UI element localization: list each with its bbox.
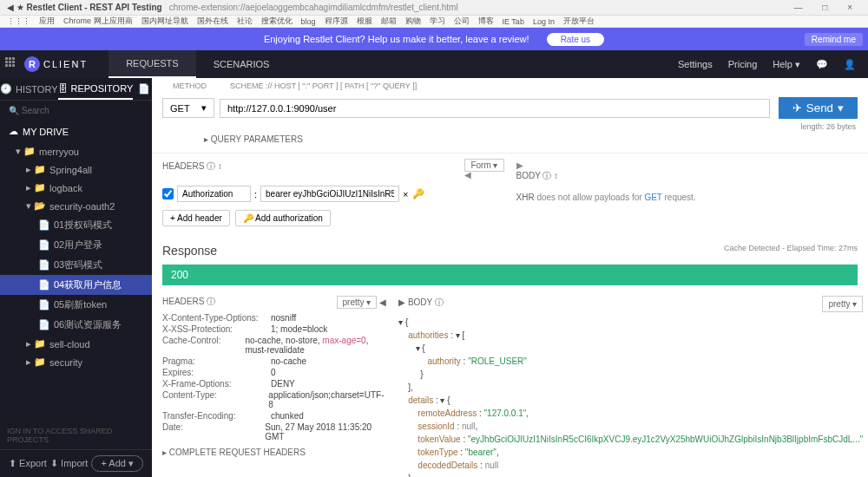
resp-headers-label: HEADERS ⓘ bbox=[162, 296, 215, 309]
bookmark[interactable]: 学习 bbox=[430, 16, 445, 27]
method-select[interactable]: GET▾ bbox=[162, 98, 214, 118]
user-icon[interactable]: 👤 bbox=[844, 59, 856, 70]
bookmark[interactable]: 程序源 bbox=[325, 16, 348, 27]
bookmark[interactable]: 国外在线 bbox=[197, 16, 228, 27]
scheme-label: SCHEME :// HOST [ ":" PORT ] [ PATH [ "?… bbox=[230, 82, 417, 90]
bookmark[interactable]: 购物 bbox=[405, 16, 421, 27]
bookmark[interactable]: 根服 bbox=[357, 16, 372, 27]
node-logback[interactable]: ▸ 📁 logback bbox=[0, 179, 152, 197]
star-icon[interactable]: ★ bbox=[16, 3, 24, 12]
url-input[interactable] bbox=[220, 99, 770, 118]
tab-url: chrome-extension://aejoelaoggembcahagimd… bbox=[169, 3, 458, 12]
tab-title: Restlet Client - REST API Testing bbox=[27, 3, 162, 12]
chat-icon[interactable]: 💬 bbox=[816, 59, 828, 70]
node-01[interactable]: 📄 01授权码模式 bbox=[0, 215, 152, 235]
remind-button[interactable]: Remind me bbox=[805, 33, 863, 46]
apps-grid-icon[interactable] bbox=[5, 57, 19, 71]
apps-icon[interactable]: ⋮⋮⋮ bbox=[7, 17, 30, 26]
review-banner: Enjoying Restlet Client? Help us make it… bbox=[0, 28, 868, 50]
header-key-input[interactable] bbox=[177, 186, 251, 202]
add-header-button[interactable]: + Add header bbox=[162, 210, 230, 226]
body-note: XHR does not allow payloads for GET requ… bbox=[516, 186, 858, 209]
node-02[interactable]: 📄 02用户登录 bbox=[0, 235, 152, 255]
header-menu-icon[interactable]: 🔑 bbox=[412, 188, 424, 199]
bookmark[interactable]: 邮箱 bbox=[381, 16, 397, 27]
status-badge: 200 bbox=[162, 265, 858, 285]
complete-headers-toggle[interactable]: ▸ COMPLETE REQUEST HEADERS bbox=[162, 442, 386, 462]
bookmark[interactable]: 社论 bbox=[237, 16, 253, 27]
tab-requests[interactable]: REQUESTS bbox=[108, 50, 196, 78]
bookmarks-bar: ⋮⋮⋮ 应用 Chrome 网上应用商 国内网址导航 国外在线 社论 搜索优化 … bbox=[0, 16, 868, 28]
nav-back-icon[interactable]: ◀ bbox=[7, 3, 14, 12]
length-info: length: 26 bytes bbox=[152, 122, 868, 131]
my-drive[interactable]: ☁ MY DRIVE bbox=[0, 121, 152, 142]
remove-header-icon[interactable]: × bbox=[403, 189, 408, 199]
window-controls[interactable]: ― □ × bbox=[794, 3, 861, 12]
bookmark[interactable]: 公司 bbox=[454, 16, 470, 27]
query-params-toggle[interactable]: ▸ QUERY PARAMETERS bbox=[152, 131, 868, 147]
sidebar-tab-repository[interactable]: 🗄 REPOSITORY bbox=[58, 78, 134, 100]
tree: ▾ 📁 merryyou ▸ 📁 Spring4all ▸ 📁 logback … bbox=[0, 142, 152, 421]
node-03[interactable]: 📄 03密码模式 bbox=[0, 255, 152, 275]
node-06[interactable]: 📄 06测试资源服务 bbox=[0, 315, 152, 335]
nav-help[interactable]: Help ▾ bbox=[773, 59, 800, 70]
node-05[interactable]: 📄 05刷新token bbox=[0, 295, 152, 315]
add-button[interactable]: + Add ▾ bbox=[91, 455, 143, 472]
logo-icon: R bbox=[24, 56, 40, 72]
signin-hint: IGN IN TO ACCESS SHARED PROJECTS bbox=[0, 421, 152, 449]
rate-us-button[interactable]: Rate us bbox=[547, 33, 604, 46]
node-04[interactable]: 📄 04获取用户信息 bbox=[0, 275, 152, 295]
browser-tab-bar: ◀ ★ Restlet Client - REST API Testing ch… bbox=[0, 0, 868, 16]
bookmark[interactable]: 国内网址导航 bbox=[141, 16, 188, 27]
nav-settings[interactable]: Settings bbox=[678, 59, 713, 69]
bookmark[interactable]: blog bbox=[301, 17, 316, 26]
node-spring4all[interactable]: ▸ 📁 Spring4all bbox=[0, 160, 152, 179]
send-button[interactable]: ✈Send▾ bbox=[779, 97, 858, 119]
add-auth-button[interactable]: 🔑 Add authorization bbox=[235, 210, 331, 226]
top-nav: R CLIENT REQUESTS SCENARIOS Settings Pri… bbox=[0, 50, 868, 78]
bookmark[interactable]: 开放平台 bbox=[563, 16, 595, 27]
bookmark[interactable]: Log In bbox=[533, 17, 555, 26]
response-json: ▾ { authorities : ▾ [ ▾ { authority : "R… bbox=[398, 316, 863, 477]
method-label: METHOD bbox=[173, 82, 225, 90]
node-merryyou[interactable]: ▾ 📁 merryyou bbox=[0, 142, 152, 160]
send-icon: ✈ bbox=[792, 101, 802, 114]
tab-scenarios[interactable]: SCENARIOS bbox=[196, 50, 287, 78]
expand-icon[interactable]: ▶ bbox=[516, 160, 559, 170]
resp-body-view[interactable]: pretty ▾ bbox=[822, 296, 863, 312]
node-sell-cloud[interactable]: ▸ 📁 sell-cloud bbox=[0, 335, 152, 353]
bookmark[interactable]: 博客 bbox=[478, 16, 494, 27]
nav-pricing[interactable]: Pricing bbox=[728, 59, 758, 69]
import-button[interactable]: ⬇ Import bbox=[50, 458, 88, 469]
body-label: BODY bbox=[516, 171, 541, 180]
sidebar: 🕘 HISTORY 🗄 REPOSITORY 📄 🔍 Search ☁ MY D… bbox=[0, 78, 152, 477]
content: METHOD SCHEME :// HOST [ ":" PORT ] [ PA… bbox=[152, 78, 868, 477]
search-input[interactable]: 🔍 Search bbox=[0, 101, 152, 121]
chevron-down-icon: ▾ bbox=[838, 101, 844, 114]
resp-headers-view[interactable]: pretty ▾ bbox=[337, 296, 378, 309]
bookmark[interactable]: 应用 bbox=[39, 16, 55, 27]
bookmark[interactable]: 搜索优化 bbox=[261, 16, 293, 27]
header-enable-checkbox[interactable] bbox=[162, 188, 174, 199]
response-meta: Cache Detected - Elapsed Time: 27ms bbox=[724, 244, 858, 252]
export-button[interactable]: ⬆ Export bbox=[9, 458, 47, 469]
node-security-oauth2[interactable]: ▾ 📂 security-oauth2 bbox=[0, 197, 152, 215]
sidebar-tab-history[interactable]: 🕘 HISTORY bbox=[0, 78, 58, 100]
bookmark[interactable]: IE Tab bbox=[503, 17, 524, 26]
node-security[interactable]: ▸ 📁 security bbox=[0, 353, 152, 371]
resp-body-label: BODY bbox=[408, 297, 432, 307]
headers-label: HEADERS ⓘ ↕ bbox=[162, 160, 222, 180]
chevron-down-icon: ▾ bbox=[201, 102, 207, 114]
brand: CLIENT bbox=[43, 59, 88, 69]
bookmark[interactable]: Chrome 网上应用商 bbox=[63, 16, 133, 27]
banner-text: Enjoying Restlet Client? Help us make it… bbox=[264, 34, 529, 44]
header-value-input[interactable] bbox=[260, 186, 399, 202]
